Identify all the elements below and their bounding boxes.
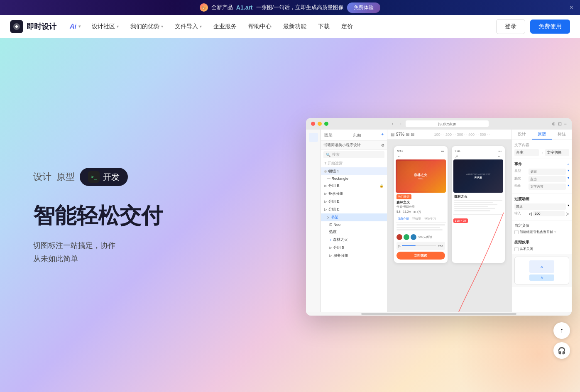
tab-annotation[interactable]: 标注 bbox=[552, 130, 572, 140]
avatar-1 bbox=[396, 234, 402, 240]
book-name-text: 森林之火 bbox=[414, 173, 427, 177]
checkbox-never-close[interactable] bbox=[514, 247, 519, 251]
tab-intro[interactable]: 目录介绍 bbox=[396, 216, 411, 222]
tab-detail[interactable]: 详情页 bbox=[411, 216, 423, 222]
banner-close-button[interactable]: × bbox=[570, 4, 573, 11]
hero-tab-design[interactable]: 设计 bbox=[33, 169, 51, 185]
tab-comments[interactable]: 评论学习 bbox=[423, 216, 438, 222]
nav-item-advantages[interactable]: 我们的优势 ▾ bbox=[125, 20, 168, 34]
app-scrollbar[interactable] bbox=[306, 312, 572, 316]
action-value[interactable]: 文字内容 bbox=[529, 184, 566, 190]
login-button[interactable]: 登录 bbox=[496, 19, 525, 34]
scroll-to-top-button[interactable]: ↑ bbox=[553, 322, 570, 339]
tab-prototype[interactable]: 原型 bbox=[532, 130, 552, 140]
text-line-2 bbox=[396, 227, 440, 228]
line-5 bbox=[454, 208, 495, 209]
avatar-2 bbox=[404, 234, 409, 240]
nav-item-download[interactable]: 下载 bbox=[313, 20, 335, 34]
props-interaction: 事件 + 类型 桌面 ▾ 触发 点击 bbox=[512, 159, 572, 194]
banner-cta-button[interactable]: 免费体验 bbox=[347, 2, 380, 13]
layers-header: 图层 页面 + bbox=[321, 130, 387, 141]
transition-row: 淡入 ▾ bbox=[514, 203, 569, 210]
hero-tab-dev[interactable]: >_ 开发 bbox=[80, 168, 128, 186]
hero-left-content: 设计 原型 >_ 开发 智能轻松交付 切图标注一站搞定，协作 从未如此简单 bbox=[0, 143, 261, 290]
layer-item-group2[interactable]: ▷ 矩形分组 bbox=[321, 190, 387, 198]
text-value-2[interactable]: 文字切换 bbox=[545, 149, 570, 156]
sidebar-layers-icon[interactable] bbox=[308, 145, 318, 155]
trigger-row: 触发 点击 ▾ bbox=[514, 176, 569, 182]
dark-book-title: FIRE bbox=[466, 176, 490, 179]
layer-item-forest[interactable]: T 森林之火 bbox=[321, 236, 387, 244]
layer-name: 分组 E bbox=[328, 199, 340, 204]
nav-item-enterprise[interactable]: 企业服务 bbox=[208, 20, 242, 34]
sidebar-export-icon[interactable] bbox=[308, 225, 318, 235]
layer-name: 分组 E bbox=[328, 183, 340, 189]
text-value-1[interactable]: 合主 bbox=[514, 149, 539, 156]
back-nav: ← bbox=[396, 154, 446, 159]
layer-name: — Rectangle bbox=[327, 176, 348, 181]
input-row: 输入 ◁ 300 ▷ bbox=[514, 211, 569, 216]
nav-ai-item[interactable]: Ai ▾ bbox=[65, 20, 85, 34]
trigger-dropdown-icon: ▾ bbox=[568, 176, 569, 182]
sidebar-pen-icon[interactable] bbox=[308, 185, 318, 195]
toolbar-fit[interactable]: ⊞ bbox=[406, 132, 409, 137]
audio-player[interactable]: ▷ 7:55 bbox=[396, 242, 445, 250]
preview-bottom: A bbox=[529, 274, 554, 281]
input-value[interactable]: 300 bbox=[533, 211, 565, 216]
layer-name: 热度 bbox=[329, 229, 337, 235]
sidebar-text-icon[interactable] bbox=[308, 198, 318, 208]
layer-item-selected[interactable]: 帧组 1 bbox=[321, 167, 387, 175]
sidebar-components-icon[interactable] bbox=[308, 159, 318, 169]
trigger-value[interactable]: 点击 bbox=[529, 176, 566, 182]
layer-icon: ▷ bbox=[324, 200, 327, 203]
prev-icon[interactable]: ◁ bbox=[529, 211, 532, 216]
layer-item-service[interactable]: ▷ 服务分组 bbox=[321, 252, 387, 260]
layer-item-group5[interactable]: ▷ 分组 5 bbox=[321, 244, 387, 252]
url-bar[interactable]: js.design bbox=[406, 120, 489, 127]
nav-item-import[interactable]: 文件导入 ▾ bbox=[170, 20, 207, 34]
free-use-button[interactable]: 免费使用 bbox=[530, 20, 570, 34]
nav-item-help[interactable]: 帮助中心 bbox=[243, 20, 277, 34]
props-tabs: 设计 原型 标注 bbox=[512, 130, 572, 140]
layer-item-bookshelf[interactable]: ▷ 书架 bbox=[321, 213, 387, 221]
read-now-button[interactable]: 立即阅读 bbox=[396, 252, 445, 260]
next-icon[interactable]: ▷ bbox=[566, 211, 569, 216]
canvas-toolbar: ▦ 97% ⊞ ⊟ 100 · · 200 · · 300 · · 400 · … bbox=[387, 130, 511, 140]
tab-design[interactable]: 设计 bbox=[512, 130, 532, 140]
layer-item-2[interactable]: — Rectangle bbox=[321, 175, 387, 182]
layer-item-group1[interactable]: ▷ 分组 E 🔒 bbox=[321, 182, 387, 190]
nav-item-pricing[interactable]: 定价 bbox=[336, 20, 358, 34]
add-page-icon[interactable]: + bbox=[381, 132, 384, 138]
book-cover-fire: 森林之火 FIRE bbox=[396, 159, 446, 193]
nav-item-design-community[interactable]: 设计社区 ▾ bbox=[87, 20, 124, 34]
add-interaction-btn[interactable]: + bbox=[567, 162, 569, 167]
reviewer-avatars: 999人阅读 bbox=[396, 233, 446, 241]
info-icon: ? bbox=[554, 230, 556, 234]
duration: 7:55 bbox=[438, 245, 443, 247]
help-button[interactable]: 🎧 bbox=[553, 342, 570, 359]
layer-item-hot[interactable]: 热度 bbox=[321, 228, 387, 236]
progress-bar[interactable] bbox=[402, 245, 436, 246]
nav-logo[interactable]: 即时设计 bbox=[10, 20, 56, 33]
nav-item-new-features[interactable]: 最新功能 bbox=[278, 20, 311, 34]
preview-thumbnail-section: A A bbox=[512, 254, 572, 287]
checkbox-smart-close[interactable] bbox=[514, 230, 519, 234]
hero-tab-prototype[interactable]: 原型 bbox=[56, 169, 75, 185]
toolbar-grid[interactable]: ⊟ bbox=[411, 132, 414, 137]
sidebar-assets-icon[interactable] bbox=[308, 172, 318, 182]
event-type-value[interactable]: 桌面 bbox=[529, 169, 566, 175]
toolbar-zoom[interactable]: 97% bbox=[396, 132, 404, 137]
transition-dropdown-icon: ▾ bbox=[568, 203, 569, 210]
app-icon-sidebar bbox=[306, 130, 321, 312]
layer-item-group3[interactable]: ▷ 分组 E bbox=[321, 198, 387, 206]
nav-item-label: 帮助中心 bbox=[248, 23, 272, 30]
props-text-content: 文字内容 合主 → 文字切换 bbox=[512, 140, 572, 159]
sidebar-shape-icon[interactable] bbox=[308, 212, 318, 222]
transition-type[interactable]: 淡入 bbox=[514, 203, 566, 210]
line-7 bbox=[453, 214, 504, 215]
sidebar-nav-icon[interactable] bbox=[309, 133, 318, 142]
layer-item-neo[interactable]: ⊡ Neo bbox=[321, 221, 387, 228]
toolbar-move[interactable]: ▦ bbox=[391, 132, 394, 137]
search-input-box[interactable]: 🔍 搜索 bbox=[323, 151, 384, 158]
layer-item-group4[interactable]: ▷ 分组 E bbox=[321, 206, 387, 213]
